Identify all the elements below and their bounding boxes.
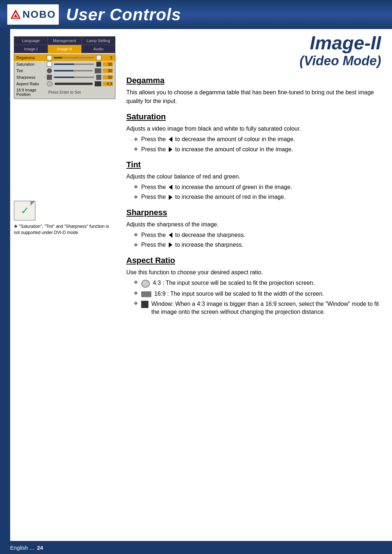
- osd-icon-aspect-circle: [47, 81, 53, 86]
- osd-tab-language[interactable]: Language: [14, 37, 48, 45]
- osd-label-aspect: Aspect Ratio: [16, 82, 45, 86]
- diamond-icon-3: ❖: [134, 184, 138, 191]
- image2-title-area: Image-II (Video Mode): [126, 33, 381, 69]
- footer-lang: English ...: [10, 545, 34, 551]
- osd-menu: Language Management Lamp Setting Image-I…: [14, 36, 115, 99]
- note-corner: [30, 201, 35, 206]
- osd-icon-degamma-right: [96, 55, 101, 60]
- note-icon-box: ✓: [14, 201, 36, 221]
- bullet-tint-green: ❖ Press the to increase the amount of gr…: [134, 183, 381, 191]
- press-the-label-2: Press the: [141, 145, 166, 153]
- osd-tabs-row1: Language Management Lamp Setting: [14, 37, 115, 45]
- aspect-wide-icon: [141, 291, 151, 297]
- osd-label-imagepos: 16:9 Image Position: [16, 88, 45, 97]
- section-sharpness: Sharpness Adjusts the sharpness of the i…: [126, 208, 381, 249]
- osd-slider-saturation: [54, 63, 94, 65]
- logo-area: NOBO: [7, 4, 59, 25]
- left-panel: Language Management Lamp Setting Image-I…: [14, 33, 115, 319]
- arrow-right-icon-1: [169, 147, 172, 152]
- section-degamma: Degamma This allows you to choose a dega…: [126, 76, 381, 106]
- bullet-sharpness-increase-text: to increase the sharpness.: [175, 241, 244, 249]
- aspect-circle-icon: [141, 280, 150, 288]
- heading-tint: Tint: [126, 160, 381, 169]
- osd-tab-lamp[interactable]: Lamp Setting: [82, 37, 115, 45]
- arrow-left-icon-3: [169, 233, 172, 238]
- diamond-icon-2: ❖: [134, 146, 138, 153]
- page-title: User Controls: [66, 5, 181, 24]
- section-saturation: Saturation Adjusts a video image from bl…: [126, 112, 381, 153]
- osd-row-sharpness: Sharpness 30: [14, 74, 115, 81]
- osd-tab-audio[interactable]: Audio: [82, 45, 115, 53]
- bullet-saturation-decrease: ❖ Press the to decrease the amount of co…: [134, 135, 381, 143]
- osd-label-sharpness: Sharpness: [16, 75, 45, 79]
- aspect-43-text: 4:3 : The input source will be scaled to…: [153, 279, 315, 287]
- osd-icon-saturation-left: [47, 62, 52, 67]
- image2-main-title: Image-II: [126, 33, 381, 53]
- right-panel: Image-II (Video Mode) Degamma This allow…: [123, 33, 385, 319]
- osd-icon-sharpness-left: [47, 75, 52, 80]
- text-aspect-ratio: Use this function to choose your desired…: [126, 268, 381, 277]
- bullet-tint-red-text: to increase the amount of red in the ima…: [175, 193, 286, 201]
- text-tint: Adjusts the colour balance of red and gr…: [126, 172, 381, 181]
- osd-value-sharpness: 30: [103, 75, 113, 79]
- heading-degamma: Degamma: [126, 76, 381, 85]
- footer-page: 24: [37, 545, 43, 551]
- diamond-icon-1: ❖: [134, 136, 138, 143]
- bullet-saturation-increase: ❖ Press the to increase the amount of co…: [134, 145, 381, 153]
- osd-items-list: Degamma 3 Saturation: [14, 53, 115, 99]
- bullet-tint-red: ❖ Press the to increase the amount of re…: [134, 193, 381, 201]
- osd-icon-tint-right: [95, 68, 101, 73]
- section-aspect-ratio: Aspect Ratio Use this function to choose…: [126, 256, 381, 316]
- diamond-icon-4: ❖: [134, 194, 138, 201]
- diamond-icon-5: ❖: [134, 231, 138, 239]
- aspect-169-text: 16:9 : The input source will be scaled t…: [154, 290, 324, 298]
- heading-aspect-ratio: Aspect Ratio: [126, 256, 381, 265]
- osd-value-aspect: 4:3: [103, 82, 113, 86]
- heading-saturation: Saturation: [126, 112, 381, 122]
- text-degamma: This allows you to choose a degamma tabl…: [126, 88, 381, 106]
- bullet-saturation-decrease-text: to decrease the amount of colour in the …: [175, 135, 295, 143]
- osd-row-aspect: Aspect Ratio 4:3: [14, 81, 115, 87]
- arrow-right-icon-3: [169, 242, 172, 247]
- bullet-saturation-increase-text: to increase the amount of colour in the …: [175, 145, 293, 153]
- osd-row-degamma: Degamma 3: [14, 54, 115, 61]
- osd-enter-text: Press Enter to Set: [47, 89, 82, 96]
- osd-label-tint: Tint: [16, 69, 45, 73]
- press-the-label-3: Press the: [141, 183, 166, 191]
- osd-tab-management[interactable]: Management: [48, 37, 82, 45]
- osd-row-imagepos: 16:9 Image Position Press Enter to Set: [14, 87, 115, 97]
- heading-sharpness: Sharpness: [126, 208, 381, 217]
- aspect-square-icon: [141, 301, 148, 308]
- section-tint: Tint Adjusts the colour balance of red a…: [126, 160, 381, 201]
- bullet-sharpness-decrease: ❖ Press the to decrease the sharpness.: [134, 231, 381, 239]
- diamond-icon-7: ❖: [134, 279, 138, 286]
- diamond-icon-6: ❖: [134, 242, 138, 249]
- press-the-label-5: Press the: [141, 231, 166, 239]
- content-wrapper: Language Management Lamp Setting Image-I…: [0, 29, 392, 340]
- osd-value-tint: 30: [103, 69, 113, 73]
- aspect-window-text: Window: When a 4:3 image is bigger than …: [151, 300, 381, 316]
- note-section: ✓ ❖ "Saturation", "Tint" and "Sharpness"…: [14, 201, 115, 236]
- arrow-left-icon-1: [169, 137, 172, 142]
- osd-tab-image1[interactable]: Image-I: [14, 45, 48, 53]
- aspect-bullet-window: ❖ Window: When a 4:3 image is bigger tha…: [134, 300, 381, 316]
- osd-icon-aspect-square: [95, 81, 101, 86]
- osd-label-saturation: Saturation: [16, 62, 45, 66]
- osd-slider-aspect: [55, 83, 93, 85]
- osd-label-degamma: Degamma: [16, 56, 45, 60]
- arrow-left-icon-2: [169, 185, 172, 190]
- osd-value-saturation: 30: [103, 62, 113, 66]
- diamond-icon-9: ❖: [134, 300, 138, 307]
- osd-tab-image2[interactable]: Image-II: [48, 45, 82, 53]
- osd-row-saturation: Saturation 30: [14, 61, 115, 67]
- note-checkmark-icon: ✓: [21, 205, 29, 217]
- press-the-label-6: Press the: [141, 241, 166, 249]
- footer-bar: English ... 24: [0, 541, 392, 554]
- osd-icon-sharpness-right: [96, 75, 101, 80]
- osd-slider-tint: [54, 70, 93, 71]
- logo-icon: [10, 9, 21, 20]
- logo-text: NOBO: [23, 9, 56, 20]
- left-down-arrow-icon: [2, 531, 8, 536]
- osd-value-degamma: 3: [103, 56, 113, 60]
- text-saturation: Adjusts a video image from black and whi…: [126, 124, 381, 133]
